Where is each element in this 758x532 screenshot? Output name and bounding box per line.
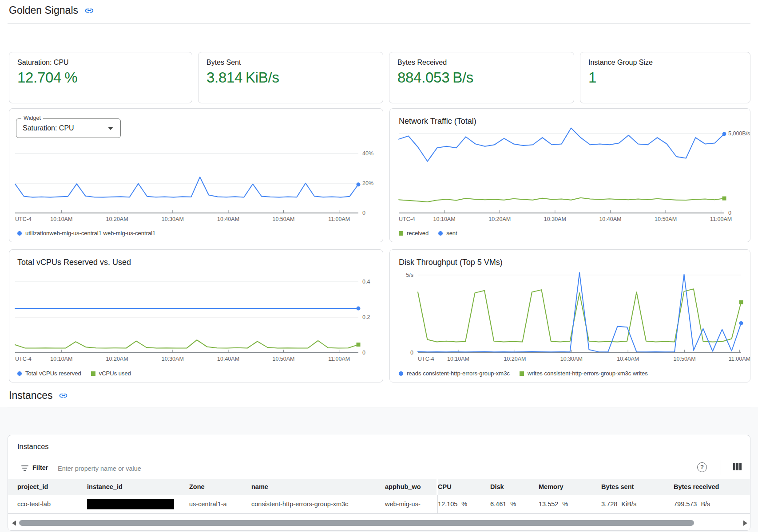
column-display-icon[interactable] — [733, 463, 742, 470]
scorecard-saturation-cpu: Saturation: CPU 12.704% — [9, 52, 192, 103]
legend-label: Total vCPUs reserved — [25, 370, 81, 377]
vcpus-chart-card: Total vCPUs Reserved vs. Used 0.40.2010:… — [9, 249, 383, 382]
instances-header: Instances — [9, 390, 68, 402]
legend-item-used[interactable]: vCPUs used — [91, 370, 131, 377]
column-header-apphub[interactable]: apphub_wo — [385, 479, 438, 495]
cell-apphub-workload: web-mig-us- — [385, 495, 438, 513]
cell-zone: us-central1-a — [189, 495, 251, 513]
scorecard-bytes-sent: Bytes Sent 3.814KiB/s — [198, 52, 383, 103]
scorecard-label: Bytes Sent — [206, 59, 241, 67]
legend-label: reads consistent-http-errors-group-xm3c — [407, 370, 510, 377]
chart-title: Disk Throughput (Top 5 VMs) — [399, 258, 503, 267]
green-square-legend-marker — [520, 371, 524, 376]
redacted-instance-id — [87, 499, 174, 509]
blue-dot-legend-marker — [17, 231, 22, 236]
scorecard-value: 12.704% — [17, 69, 77, 86]
saturation-cpu-chart-card: Widget Saturation: CPU 40%20%010:10AM10:… — [9, 108, 383, 242]
scorecard-value: 3.814KiB/s — [206, 69, 279, 86]
legend-item-writes[interactable]: writes consistent-http-errors-group-xm3c… — [520, 370, 648, 377]
cell-bytes-sent: 3.728KiB/s — [601, 495, 674, 513]
instances-table-title: Instances — [17, 442, 49, 451]
filter-input[interactable] — [57, 462, 369, 475]
scorecard-instance-group-size: Instance Group Size 1 — [580, 52, 750, 103]
help-icon[interactable]: ? — [697, 462, 707, 472]
column-header-memory[interactable]: Memory — [539, 479, 601, 495]
filter-row: Filter ? — [8, 458, 750, 479]
dropdown-caret-icon — [108, 127, 113, 130]
column-header-disk[interactable]: Disk — [490, 479, 539, 495]
scorecard-bytes-received: Bytes Received 884.053B/s — [389, 52, 574, 103]
scorecard-label: Saturation: CPU — [17, 59, 69, 67]
column-header-bytes-received[interactable]: Bytes received — [674, 479, 751, 495]
column-header-project-id[interactable]: project_id — [17, 479, 87, 495]
instances-title: Instances — [9, 390, 52, 402]
filter-icon — [21, 465, 29, 471]
disk-throughput-chart-plot[interactable]: 5/s010:10AM10:20AM10:30AM10:40AM10:50AM1… — [418, 271, 741, 353]
legend-label: utilizationweb-mig-us-central1 web-mig-u… — [25, 230, 155, 236]
toolbar-separator — [721, 460, 721, 475]
column-header-cpu[interactable]: CPU — [438, 479, 490, 495]
scorecard-number: 12.704 — [17, 69, 61, 86]
scorecard-label: Bytes Received — [397, 59, 447, 67]
column-header-bytes-sent[interactable]: Bytes sent — [601, 479, 674, 495]
cell-bytes-received: 799.573B/s — [674, 495, 751, 513]
legend-item-reserved[interactable]: Total vCPUs reserved — [17, 370, 81, 377]
green-square-legend-marker — [399, 231, 403, 236]
cell-instance-id — [87, 495, 189, 513]
section-link-icon[interactable] — [84, 6, 94, 16]
network-traffic-chart-legend: received sent — [399, 230, 457, 236]
legend-item-utilization[interactable]: utilizationweb-mig-us-central1 web-mig-u… — [17, 230, 155, 236]
saturation-cpu-chart-plot[interactable]: 40%20%010:10AM10:20AM10:30AM10:40AM10:50… — [15, 149, 358, 213]
scorecard-value: 1 — [588, 69, 599, 86]
legend-item-sent[interactable]: sent — [438, 230, 457, 236]
header-divider — [8, 23, 750, 24]
golden-signals-header: Golden Signals — [9, 4, 94, 16]
network-traffic-chart-card: Network Traffic (Total) 5,000B/s010:10AM… — [389, 108, 750, 242]
vcpus-chart-plot[interactable]: 0.40.2010:10AM10:20AM10:30AM10:40AM10:50… — [15, 275, 358, 353]
widget-select[interactable]: Widget Saturation: CPU — [16, 118, 121, 138]
disk-throughput-chart-card: Disk Throughput (Top 5 VMs) 5/s010:10AM1… — [389, 249, 750, 382]
filter-label: Filter — [32, 464, 48, 471]
scorecard-number: 3.814 — [206, 69, 242, 86]
widget-select-value: Saturation: CPU — [23, 119, 74, 138]
table-header-row: project_id instance_id Zone name apphub_… — [8, 479, 750, 495]
vcpus-chart-legend: Total vCPUs reserved vCPUs used — [17, 370, 131, 377]
table-row[interactable]: cco-test-lab us-central1-a consistent-ht… — [8, 495, 750, 514]
section-link-icon[interactable] — [59, 391, 68, 401]
legend-item-received[interactable]: received — [399, 230, 429, 236]
green-square-legend-marker — [91, 371, 95, 376]
instances-divider — [8, 407, 750, 407]
scroll-right-arrow-icon[interactable] — [743, 520, 747, 526]
dashboard-page: Golden Signals Saturation: CPU 12.704% B… — [0, 0, 758, 532]
saturation-cpu-chart-legend: utilizationweb-mig-us-central1 web-mig-u… — [17, 230, 155, 236]
network-traffic-chart-plot[interactable]: 5,000B/s010:10AM10:20AM10:30AM10:40AM10:… — [399, 132, 724, 213]
column-header-name[interactable]: name — [251, 479, 385, 495]
blue-dot-legend-marker — [438, 231, 443, 236]
chart-title: Total vCPUs Reserved vs. Used — [17, 258, 131, 267]
legend-item-reads[interactable]: reads consistent-http-errors-group-xm3c — [399, 370, 510, 377]
legend-label: received — [407, 230, 429, 236]
horizontal-scrollbar-thumb[interactable] — [19, 520, 694, 526]
scorecard-label: Instance Group Size — [588, 59, 653, 67]
legend-label: vCPUs used — [99, 370, 131, 377]
scorecard-number: 1 — [588, 69, 596, 86]
scorecard-unit: KiB/s — [246, 69, 279, 86]
legend-label: writes consistent-http-errors-group-xm3c… — [528, 370, 648, 377]
instances-table-card: Instances Filter ? project_id instance_i… — [8, 435, 750, 531]
cell-name: consistent-http-errors-group-xm3c — [251, 495, 385, 513]
column-header-instance-id[interactable]: instance_id — [87, 479, 189, 495]
scorecard-value: 884.053B/s — [397, 69, 473, 86]
disk-throughput-chart-legend: reads consistent-http-errors-group-xm3c … — [399, 370, 648, 377]
scroll-left-arrow-icon[interactable] — [12, 520, 16, 526]
cell-project-id: cco-test-lab — [17, 495, 87, 513]
column-header-zone[interactable]: Zone — [189, 479, 251, 495]
legend-label: sent — [446, 230, 457, 236]
scorecard-unit: % — [64, 69, 77, 86]
scorecard-unit: B/s — [452, 69, 473, 86]
blue-dot-legend-marker — [399, 371, 403, 376]
cell-memory: 13.552% — [539, 495, 601, 513]
scorecard-number: 884.053 — [397, 69, 449, 86]
blue-dot-legend-marker — [17, 371, 22, 376]
cell-cpu: 12.105% — [438, 495, 490, 513]
chart-title: Network Traffic (Total) — [399, 117, 476, 126]
